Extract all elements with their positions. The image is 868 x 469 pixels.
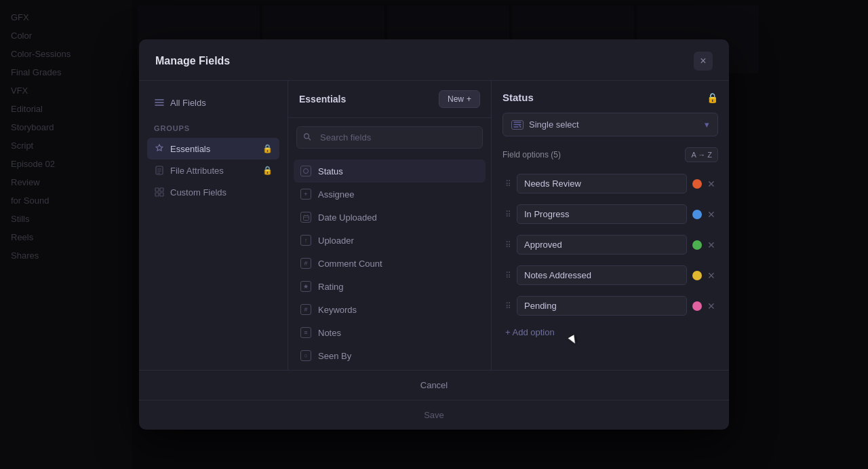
option-input-needs-review[interactable]: [517, 174, 687, 193]
field-item-keywords[interactable]: # Keywords: [294, 298, 486, 321]
option-color-approved[interactable]: [692, 240, 702, 250]
group-item-essentials[interactable]: Essentials 🔒: [147, 138, 279, 160]
svg-rect-7: [303, 215, 309, 220]
sort-az-button[interactable]: A → Z: [685, 147, 718, 162]
field-label: Seen By: [318, 351, 351, 361]
drag-handle-icon[interactable]: ⠿: [505, 240, 511, 250]
status-field-icon: [300, 166, 311, 176]
option-color-pending[interactable]: [692, 301, 702, 311]
field-label: Date Uploaded: [318, 212, 377, 223]
new-button[interactable]: New +: [439, 90, 480, 108]
close-button[interactable]: ×: [694, 52, 713, 71]
lock-icon: 🔒: [262, 144, 273, 153]
mid-panel-title: Essentials: [299, 94, 346, 105]
field-name-input[interactable]: [502, 92, 634, 103]
field-name-row: 🔒: [502, 92, 718, 103]
option-remove-pending[interactable]: ✕: [707, 301, 715, 312]
option-remove-needs-review[interactable]: ✕: [707, 179, 715, 189]
comment-field-icon: #: [300, 258, 311, 269]
field-type-dropdown[interactable]: Single select ▾: [502, 113, 718, 136]
dropdown-chevron-icon: ▾: [705, 119, 709, 130]
assignee-field-icon: +: [300, 189, 311, 200]
option-color-needs-review[interactable]: [692, 179, 702, 189]
option-remove-approved[interactable]: ✕: [707, 240, 715, 250]
groups-section-label: Groups: [147, 124, 279, 132]
sort-label: A → Z: [691, 151, 712, 159]
svg-rect-1: [155, 188, 159, 191]
field-type-left: Single select: [511, 119, 579, 130]
options-list: ⠿ ✕ ⠿ ✕ ⠿ ✕: [502, 169, 718, 359]
field-item-status[interactable]: Status: [294, 160, 486, 183]
field-item-assignee[interactable]: + Assignee: [294, 183, 486, 206]
all-fields-button[interactable]: All Fields: [147, 92, 279, 113]
uploader-field-icon: ↑: [300, 235, 311, 246]
option-input-notes-addressed[interactable]: [517, 265, 687, 285]
notes-field-icon: ≡: [300, 327, 311, 338]
drag-handle-icon[interactable]: ⠿: [505, 271, 511, 280]
option-color-in-progress[interactable]: [692, 210, 702, 219]
modal-title: Manage Fields: [155, 55, 230, 67]
lock-icon: 🔒: [262, 166, 273, 175]
all-fields-label: All Fields: [170, 98, 206, 108]
svg-point-6: [304, 169, 309, 174]
svg-rect-4: [160, 193, 163, 196]
date-field-icon: [300, 212, 311, 223]
new-label: New: [448, 94, 464, 104]
field-options-label: Field options (5): [502, 150, 561, 160]
modal-body: All Fields Groups Essentials 🔒: [139, 81, 729, 370]
save-button[interactable]: Save: [139, 400, 729, 430]
option-color-notes-addressed[interactable]: [692, 271, 702, 280]
option-row-pending: ⠿ ✕: [502, 291, 718, 320]
group-item-file-attributes[interactable]: File Attributes 🔒: [147, 160, 279, 181]
field-item-notes[interactable]: ≡ Notes: [294, 321, 486, 344]
fields-list: Status + Assignee Date Uploade: [288, 157, 491, 370]
field-label: Keywords: [318, 305, 357, 315]
option-row-in-progress: ⠿ ✕: [502, 200, 718, 229]
field-item-seen-by[interactable]: ○ Seen By: [294, 344, 486, 367]
field-label: Rating: [318, 282, 344, 292]
field-item-rating[interactable]: ★ Rating: [294, 275, 486, 298]
group-item-custom-fields[interactable]: Custom Fields: [147, 181, 279, 203]
field-item-uploader[interactable]: ↑ Uploader: [294, 229, 486, 252]
mid-panel: Essentials New +: [288, 81, 492, 370]
search-input[interactable]: [296, 126, 483, 149]
keywords-field-icon: #: [300, 304, 311, 315]
all-fields-icon: [154, 97, 165, 108]
modal-overlay: Manage Fields × All Fields Groups: [0, 0, 868, 469]
add-option-button[interactable]: + Add option: [502, 322, 557, 343]
field-type-label: Single select: [529, 119, 579, 130]
option-remove-in-progress[interactable]: ✕: [707, 209, 715, 220]
type-dropdown-icon: [511, 120, 524, 130]
field-label: Uploader: [318, 236, 354, 246]
mid-panel-header: Essentials New +: [288, 81, 491, 118]
drag-handle-icon[interactable]: ⠿: [505, 301, 511, 311]
option-row-needs-review: ⠿ ✕: [502, 169, 718, 198]
search-icon: [303, 132, 311, 143]
field-item-date-uploaded[interactable]: Date Uploaded: [294, 206, 486, 229]
option-input-approved[interactable]: [517, 235, 687, 255]
essentials-icon: [154, 143, 165, 154]
option-input-pending[interactable]: [517, 296, 687, 316]
group-item-label: File Attributes: [170, 166, 224, 176]
option-input-in-progress[interactable]: [517, 204, 687, 224]
group-item-label: Custom Fields: [170, 187, 226, 198]
rating-field-icon: ★: [300, 281, 311, 292]
option-remove-notes-addressed[interactable]: ✕: [707, 270, 715, 281]
manage-fields-modal: Manage Fields × All Fields Groups: [139, 39, 729, 430]
right-panel: 🔒 Single select ▾: [492, 81, 729, 370]
svg-rect-3: [155, 193, 159, 196]
drag-handle-icon[interactable]: ⠿: [505, 179, 511, 189]
modal-footer: Cancel Save: [139, 370, 729, 430]
seen-by-field-icon: ○: [300, 350, 311, 361]
drag-handle-icon[interactable]: ⠿: [505, 210, 511, 219]
field-label: Assignee: [318, 189, 354, 200]
svg-rect-2: [160, 188, 163, 191]
cancel-button[interactable]: Cancel: [139, 371, 729, 400]
file-attributes-icon: [154, 165, 165, 176]
left-panel: All Fields Groups Essentials 🔒: [139, 81, 288, 370]
field-item-comment-count[interactable]: # Comment Count: [294, 252, 486, 275]
custom-fields-icon: [154, 187, 165, 198]
field-lock-icon: 🔒: [707, 92, 718, 103]
search-box: [296, 126, 483, 149]
svg-point-5: [304, 134, 309, 138]
